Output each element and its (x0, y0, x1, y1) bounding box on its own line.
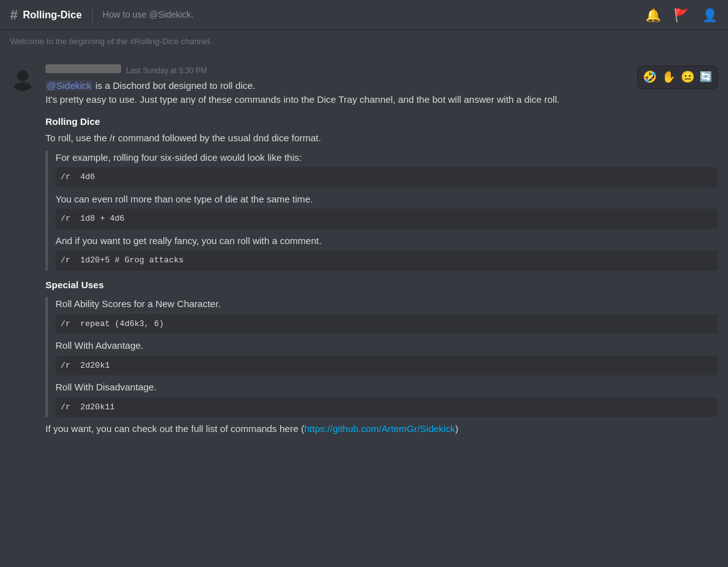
avatar (10, 66, 35, 91)
header-topic: How to use @Sidekick. (103, 8, 194, 21)
footer-link[interactable]: https://github.com/ArtemGr/Sidekick (304, 423, 455, 434)
message-subtitle: It's pretty easy to use. Just type any o… (45, 93, 718, 107)
emoji-laugh[interactable]: 🤣 (643, 69, 657, 86)
mention-sidekick[interactable]: @Sidekick (45, 80, 93, 91)
special2-code: /r 2d20k1 (56, 356, 718, 376)
reaction-bar: 🤣 ✋ 😐 🔄 (637, 66, 718, 89)
emoji-neutral[interactable]: 😐 (681, 69, 695, 86)
channel-welcome: Welcome to the beginning of the #Rolling… (0, 30, 728, 53)
special2-text: Roll With Advantage. (56, 339, 718, 353)
special3-text: Roll With Disadvantage. (56, 380, 718, 395)
channel-name: Rolling-Dice (23, 8, 81, 23)
emoji-hand[interactable]: ✋ (662, 69, 676, 86)
svg-point-1 (17, 70, 28, 81)
message-content: Last Sunday at 5:30 PM @Sidekick is a Di… (45, 64, 718, 436)
example3-code: /r 1d20+5 # Grog attacks (56, 250, 718, 271)
rolling-dice-heading: Rolling Dice (45, 115, 718, 129)
intro-text: is a Dischord bot designed to roll dice. (93, 80, 255, 91)
hash-icon: # (10, 4, 18, 25)
rolling-dice-section: Rolling Dice To roll, use the /r command… (45, 115, 718, 271)
example1-code: /r 4d6 (56, 167, 718, 187)
special1-code: /r repeat (4d6k3, 6) (56, 314, 718, 334)
footer-text: If you want, you can check out the full … (45, 423, 304, 434)
avatar-image (10, 66, 35, 91)
add-reaction-icon[interactable]: 🔄 (700, 69, 712, 85)
special-uses-heading: Special Uses (45, 278, 718, 293)
header-icons: 🔔 🚩 👤 (645, 6, 718, 25)
example1-text: For example, rolling four six-sided dice… (56, 151, 718, 165)
example2-text: You can even roll more than one type of … (56, 192, 718, 207)
message-author (45, 64, 121, 73)
special1-text: Roll Ability Scores for a New Character. (56, 297, 718, 312)
rolling-dice-desc: To roll, use the /r command followed by … (45, 131, 718, 146)
message-header: Last Sunday at 5:30 PM (45, 64, 718, 76)
message-footer: If you want, you can check out the full … (45, 422, 718, 436)
rolling-dice-examples: For example, rolling four six-sided dice… (45, 151, 718, 271)
message-group: 🤣 ✋ 😐 🔄 Last Sunday at 5:30 PM @Sidekick… (0, 63, 728, 438)
message-intro: @Sidekick is a Dischord bot designed to … (45, 79, 718, 93)
flag-icon[interactable]: 🚩 (674, 6, 690, 25)
header-divider (92, 8, 93, 23)
messages-area: 🤣 ✋ 😐 🔄 Last Sunday at 5:30 PM @Sidekick… (0, 53, 728, 568)
header: # Rolling-Dice How to use @Sidekick. 🔔 🚩… (0, 0, 728, 30)
bell-icon[interactable]: 🔔 (645, 6, 661, 25)
example3-text: And if you want to get really fancy, you… (56, 234, 718, 248)
example2-code: /r 1d8 + 4d6 (56, 209, 718, 229)
members-icon[interactable]: 👤 (702, 6, 718, 25)
special-uses-section: Special Uses Roll Ability Scores for a N… (45, 278, 718, 418)
special3-code: /r 2d20k11 (56, 397, 718, 418)
footer-end: ) (455, 423, 458, 434)
special-uses-examples: Roll Ability Scores for a New Character.… (45, 297, 718, 417)
message-timestamp: Last Sunday at 5:30 PM (126, 65, 207, 76)
